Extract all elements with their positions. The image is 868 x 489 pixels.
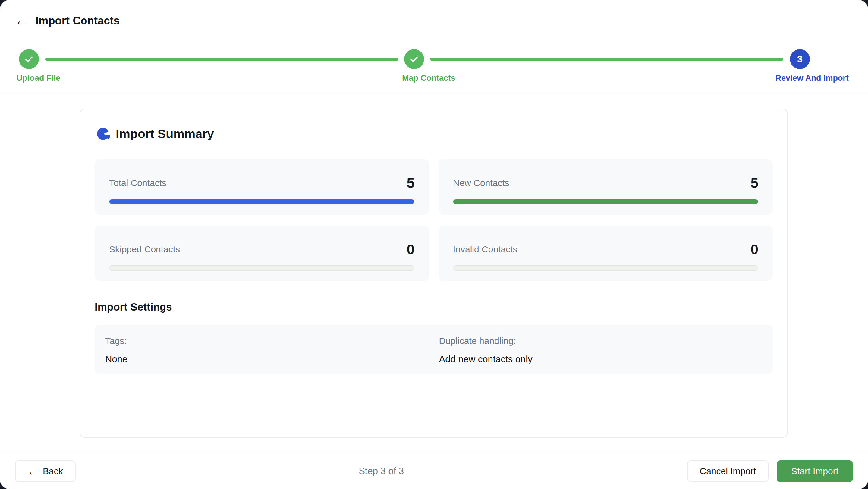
import-stepper: 3 Upload File Map Contacts Review And Im…: [0, 0, 868, 92]
step-3-circle[interactable]: 3: [790, 49, 810, 69]
footer-bar: ← Back Step 3 of 3 Cancel Import Start I…: [0, 453, 868, 489]
step-1-label: Upload File: [17, 73, 61, 83]
check-icon: [409, 54, 419, 64]
step-indicator: Step 3 of 3: [84, 466, 679, 477]
progress-fill: [453, 199, 758, 205]
cancel-import-button[interactable]: Cancel Import: [687, 460, 769, 482]
back-button-label: Back: [43, 466, 63, 476]
import-contacts-panel: ← Import Contacts 3 Upload File Map Cont…: [0, 0, 868, 489]
stat-value: 5: [750, 175, 758, 191]
card-title-row: Import Summary: [96, 127, 773, 141]
progress-track: [109, 265, 414, 271]
step-1-circle[interactable]: [19, 49, 39, 69]
card-title: Import Summary: [116, 127, 214, 141]
setting-duplicate-handling: Duplicate handling: Add new contacts onl…: [439, 336, 773, 373]
step-2-label: Map Contacts: [402, 73, 456, 83]
progress-fill: [109, 199, 414, 205]
back-button[interactable]: ← Back: [15, 460, 76, 482]
back-arrow-icon: ←: [28, 465, 38, 477]
stat-new-contacts: New Contacts 5: [438, 159, 773, 215]
progress-track: [453, 265, 758, 271]
start-import-button[interactable]: Start Import: [777, 460, 853, 482]
check-icon: [24, 54, 34, 64]
import-settings-heading: Import Settings: [95, 301, 773, 313]
stats-grid: Total Contacts 5 New Contacts 5 Skip: [95, 159, 773, 281]
cancel-import-label: Cancel Import: [700, 466, 756, 476]
import-summary-card: Import Summary Total Contacts 5 New Cont…: [80, 109, 788, 438]
pie-chart-icon: [96, 127, 110, 141]
stat-value: 0: [407, 241, 414, 257]
setting-tags: Tags: None: [105, 336, 439, 373]
progress-track: [453, 199, 758, 205]
import-settings-box: Tags: None Duplicate handling: Add new c…: [95, 325, 773, 373]
setting-label: Tags:: [105, 336, 439, 346]
step-2-circle[interactable]: [404, 49, 424, 69]
stat-invalid-contacts: Invalid Contacts 0: [438, 225, 773, 281]
stepper-divider: [0, 92, 868, 92]
stat-label: Total Contacts: [109, 178, 166, 188]
start-import-label: Start Import: [791, 466, 838, 476]
setting-value: None: [105, 354, 439, 365]
stat-value: 0: [750, 241, 758, 257]
stepper-connector-2: [430, 58, 783, 61]
step-3-label: Review And Import: [775, 73, 849, 83]
stat-total-contacts: Total Contacts 5: [95, 159, 429, 215]
stat-skipped-contacts: Skipped Contacts 0: [95, 225, 429, 281]
setting-value: Add new contacts only: [439, 354, 773, 365]
step-3-number: 3: [797, 54, 803, 65]
progress-track: [109, 199, 414, 205]
stat-label: New Contacts: [453, 178, 509, 188]
stepper-connector-1: [45, 58, 398, 61]
stat-value: 5: [407, 175, 414, 191]
stat-label: Invalid Contacts: [453, 244, 517, 254]
setting-label: Duplicate handling:: [439, 336, 773, 346]
stat-label: Skipped Contacts: [109, 244, 180, 254]
